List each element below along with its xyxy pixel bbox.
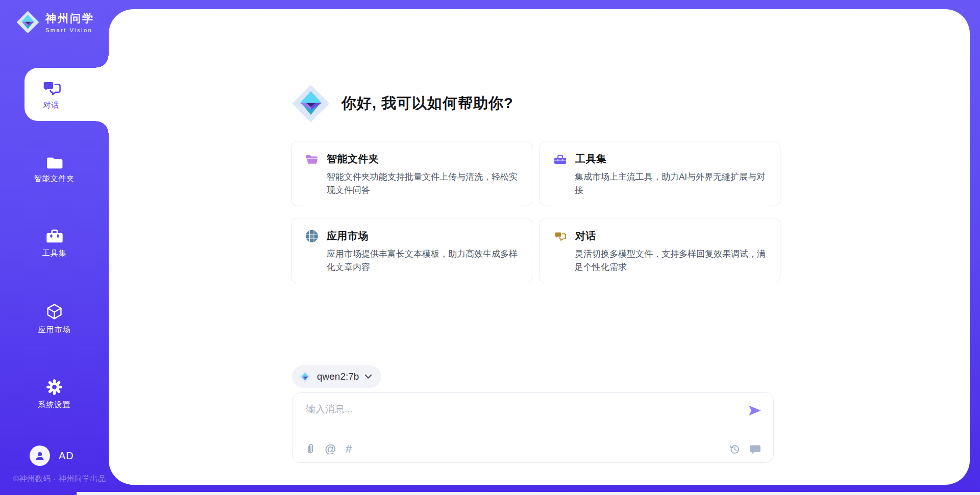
copyright-text: ©神州数码 · 神州问学出品 (13, 474, 106, 484)
chevron-down-icon (364, 374, 372, 379)
card-chat[interactable]: 对话 灵活切换多模型文件，支持多样回复效果调试，满足个性化需求 (540, 218, 780, 283)
sidebar-item-label: 应用市场 (38, 325, 71, 335)
chat-bubble-button[interactable] (749, 444, 761, 455)
history-button[interactable] (729, 443, 741, 455)
card-smart-folder[interactable]: 智能文件夹 智能文件夹功能支持批量文件上传与清洗，轻松实现文件问答 (291, 141, 532, 206)
brand[interactable]: 神州问学 Smart Vision (16, 10, 94, 34)
feature-cards: 智能文件夹 智能文件夹功能支持批量文件上传与清洗，轻松实现文件问答 工具集 集成… (291, 141, 774, 283)
card-description: 应用市场提供丰富长文本模板，助力高效生成多样化文章内容 (327, 247, 519, 274)
brand-name: 神州问学 (45, 11, 94, 26)
sidebar-item-label: 对话 (43, 101, 60, 110)
card-title: 工具集 (575, 152, 607, 166)
active-tab-top-fillet (96, 56, 109, 68)
send-icon (748, 411, 762, 418)
briefcase-icon (45, 228, 64, 244)
history-icon (729, 449, 741, 457)
model-selector[interactable]: qwen2:7b (292, 365, 381, 388)
user-initials: AD (59, 450, 74, 462)
attachment-icon (305, 449, 315, 457)
attach-file-button[interactable] (305, 442, 315, 455)
at-mention-icon: @ (325, 442, 336, 455)
greeting-title: 你好, 我可以如何帮助你? (341, 93, 513, 114)
send-button[interactable] (748, 404, 762, 417)
sidebar-item-label: 智能文件夹 (34, 174, 75, 184)
sidebar-item-label: 系统设置 (38, 400, 71, 410)
brand-logo-diamond-icon (16, 10, 40, 34)
open-folder-icon (305, 154, 318, 165)
sidebar-item-label: 工具集 (42, 249, 67, 258)
brand-subtitle: Smart Vision (45, 27, 94, 33)
hashtag-icon: # (346, 442, 352, 455)
card-title: 对话 (575, 229, 596, 243)
greeting-logo-diamond-icon (291, 84, 331, 123)
toolbox-icon (553, 153, 567, 165)
user-profile[interactable]: AD (30, 445, 74, 466)
sidebar-item-chat[interactable]: 对话 (24, 68, 110, 121)
card-title: 应用市场 (327, 229, 369, 243)
chat-bubbles-icon (553, 230, 567, 242)
horizontal-scrollbar[interactable] (77, 492, 980, 495)
avatar (30, 445, 50, 466)
folder-icon (45, 155, 64, 170)
chat-bubbles-icon (41, 79, 62, 97)
greeting-block: 你好, 我可以如何帮助你? (291, 84, 513, 123)
card-description: 智能文件夹功能支持批量文件上传与清洗，轻松实现文件问答 (327, 170, 519, 196)
sidebar-item-app-market[interactable]: 应用市场 (0, 302, 109, 335)
model-name: qwen2:7b (317, 371, 359, 382)
composer-divider (302, 436, 764, 436)
person-icon (34, 450, 46, 462)
active-tab-bottom-fillet (96, 121, 109, 133)
message-composer: @ # (292, 392, 774, 463)
card-title: 智能文件夹 (327, 152, 379, 166)
gear-icon (45, 378, 63, 396)
chat-bubble-icon (749, 449, 761, 456)
logo-diamond-icon (299, 370, 311, 383)
sidebar-item-settings[interactable]: 系统设置 (0, 378, 109, 410)
sidebar-item-toolset[interactable]: 工具集 (0, 228, 109, 258)
hashtag-button[interactable]: # (346, 443, 352, 455)
card-description: 灵活切换多模型文件，支持多样回复效果调试，满足个性化需求 (575, 247, 767, 274)
cube-icon (45, 302, 64, 321)
card-description: 集成市场上主流工具，助力AI与外界无缝扩展与对接 (575, 170, 767, 196)
card-toolset[interactable]: 工具集 集成市场上主流工具，助力AI与外界无缝扩展与对接 (540, 141, 780, 206)
message-input[interactable] (305, 402, 733, 432)
sidebar-item-smart-folder[interactable]: 智能文件夹 (0, 155, 109, 184)
card-app-market[interactable]: 应用市场 应用市场提供丰富长文本模板，助力高效生成多样化文章内容 (291, 218, 532, 283)
at-mention-button[interactable]: @ (325, 443, 336, 455)
grid-cube-icon (305, 230, 318, 243)
